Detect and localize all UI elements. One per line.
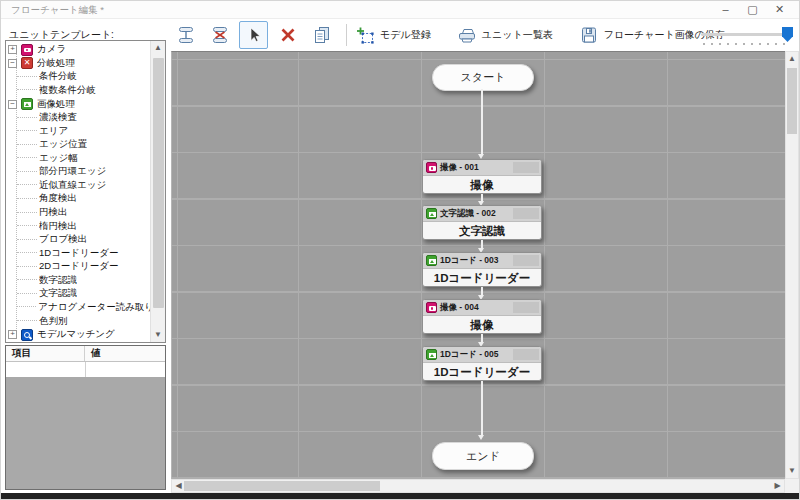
tree-item-0[interactable]: +カメラ [6, 43, 150, 57]
flow-connector [481, 287, 483, 296]
delete-button[interactable] [273, 21, 302, 49]
image-icon [426, 208, 437, 219]
insert-unit-icon [176, 25, 196, 45]
tree-item-2[interactable]: 条件分岐 [6, 70, 150, 84]
unit-list-button[interactable]: ユニット一覧表 [457, 25, 553, 45]
node-body-label: 1Dコードリーダー [423, 269, 541, 287]
unit-template-tree-panel: +カメラ−分岐処理条件分岐複数条件分岐−画像処理濃淡検査エリアエッジ位置エッジ幅… [5, 40, 166, 343]
image-icon [426, 349, 437, 360]
tree-item-18[interactable]: 文字認識 [6, 287, 150, 301]
flow-node-start[interactable]: スタート [432, 64, 534, 91]
tree-item-label: 円検出 [39, 206, 68, 219]
node-title: 撮像 - 004 [440, 302, 479, 314]
tree-scrollbar[interactable]: ▲ ▼ [150, 41, 165, 342]
flow-node-unit-004[interactable]: 撮像 - 004 撮像 [422, 299, 542, 334]
expander-icon[interactable]: − [8, 59, 17, 68]
tree-item-17[interactable]: 数字認識 [6, 274, 150, 288]
flow-node-unit-003[interactable]: 1Dコード - 003 1Dコードリーダー [422, 252, 542, 287]
tree-item-7[interactable]: エッジ位置 [6, 138, 150, 152]
canvas-horizontal-scrollbar[interactable]: ◀ ▶ [171, 479, 785, 493]
tree-connector [17, 89, 37, 91]
scroll-down-icon[interactable]: ▼ [151, 328, 165, 342]
tree-item-4[interactable]: −画像処理 [6, 97, 150, 111]
scroll-down-icon[interactable]: ▼ [786, 464, 798, 478]
property-item-cell[interactable] [6, 362, 86, 377]
flow-node-unit-005[interactable]: 1Dコード - 005 1Dコードリーダー [422, 346, 542, 381]
select-mode-button[interactable] [239, 21, 268, 49]
tree-item-6[interactable]: エリア [6, 124, 150, 138]
tree-item-22[interactable]: +ロボット連携 [6, 341, 150, 343]
tree-item-label: ロボット連携 [37, 342, 95, 343]
expander-icon[interactable]: + [8, 330, 17, 339]
zoom-slider-track[interactable] [701, 33, 791, 36]
tree-item-14[interactable]: ブロブ検出 [6, 233, 150, 247]
vertical-scrollbar-thumb[interactable] [787, 68, 797, 134]
window-controls: – ▢ ✕ [712, 1, 793, 17]
tree-item-19[interactable]: アナログメーター読み取り [6, 301, 150, 315]
remove-unit-icon [210, 25, 230, 45]
close-button[interactable]: ✕ [766, 1, 793, 17]
flowchart-canvas[interactable]: スタート 撮像 - 001 撮像 文字認識 - 002 文字認識 1Dコ [171, 51, 785, 479]
flow-node-unit-002[interactable]: 文字認識 - 002 文字認識 [422, 205, 542, 240]
tree-item-16[interactable]: 2Dコードリーダー [6, 260, 150, 274]
tree-item-3[interactable]: 複数条件分岐 [6, 84, 150, 98]
flow-node-unit-001[interactable]: 撮像 - 001 撮像 [422, 159, 542, 194]
node-body-label: 撮像 [423, 176, 541, 194]
maximize-button[interactable]: ▢ [739, 1, 766, 17]
minimize-button[interactable]: – [712, 1, 739, 17]
tree-connector [17, 252, 37, 254]
flowchart-editor-window: フローチャート編集 * – ▢ ✕ [0, 0, 800, 500]
tree-connector [17, 279, 37, 281]
node-title: 1Dコード - 003 [440, 255, 499, 267]
scroll-up-icon[interactable]: ▲ [151, 41, 165, 55]
toolbar: モデル登録 ユニット一覧表 フローチャート画像の保 [171, 19, 751, 51]
model-register-label: モデル登録 [380, 28, 431, 42]
tree-scrollbar-thumb[interactable] [153, 58, 164, 308]
node-header: 文字認識 - 002 [423, 206, 541, 222]
node-header: 撮像 - 001 [423, 160, 541, 176]
tree-item-label: モデルマッチング [37, 328, 115, 341]
tree-item-11[interactable]: 角度検出 [6, 192, 150, 206]
tree-item-label: エリア [39, 125, 68, 138]
tree-item-9[interactable]: 部分円環エッジ [6, 165, 150, 179]
insert-unit-button[interactable] [171, 21, 200, 49]
unit-tree: +カメラ−分岐処理条件分岐複数条件分岐−画像処理濃淡検査エリアエッジ位置エッジ幅… [6, 43, 150, 343]
canvas-vertical-scrollbar[interactable]: ▲ ▼ [785, 51, 799, 479]
flow-connector [481, 240, 483, 249]
node-body-label: 文字認識 [423, 222, 541, 240]
tree-item-12[interactable]: 円検出 [6, 206, 150, 220]
scroll-up-icon[interactable]: ▲ [786, 52, 798, 66]
zoom-slider-handle[interactable] [782, 27, 793, 42]
zoom-slider[interactable] [701, 26, 796, 48]
flow-node-end[interactable]: エンド [432, 442, 534, 470]
expander-icon[interactable]: + [8, 45, 17, 54]
camera-icon [426, 162, 437, 173]
remove-unit-button[interactable] [205, 21, 234, 49]
copy-button[interactable] [307, 21, 336, 49]
tree-item-label: 濃淡検査 [39, 111, 77, 124]
toolbar-separator [346, 24, 347, 46]
tree-item-8[interactable]: エッジ幅 [6, 152, 150, 166]
flow-connector [481, 381, 483, 436]
tree-item-label: 条件分岐 [39, 70, 77, 83]
node-header-patch [513, 208, 539, 219]
tree-item-label: 数字認識 [39, 274, 77, 287]
tree-item-20[interactable]: 色判別 [6, 314, 150, 328]
tree-connector [17, 130, 37, 132]
flow-connector [481, 89, 483, 155]
property-value-cell[interactable] [86, 362, 165, 377]
tree-item-5[interactable]: 濃淡検査 [6, 111, 150, 125]
column-header-item: 項目 [6, 346, 85, 361]
tree-item-1[interactable]: −分岐処理 [6, 57, 150, 71]
scroll-right-icon[interactable]: ▶ [771, 480, 784, 492]
property-table-row[interactable] [6, 362, 165, 377]
horizontal-scrollbar-thumb[interactable] [184, 481, 380, 491]
expander-icon[interactable]: − [8, 100, 17, 109]
tree-item-10[interactable]: 近似直線エッジ [6, 179, 150, 193]
copy-icon [312, 25, 332, 45]
model-register-button[interactable]: モデル登録 [356, 26, 431, 45]
tree-item-15[interactable]: 1Dコードリーダー [6, 246, 150, 260]
tree-item-13[interactable]: 楕円検出 [6, 219, 150, 233]
tree-item-21[interactable]: +モデルマッチング [6, 328, 150, 342]
tree-connector [17, 184, 37, 186]
